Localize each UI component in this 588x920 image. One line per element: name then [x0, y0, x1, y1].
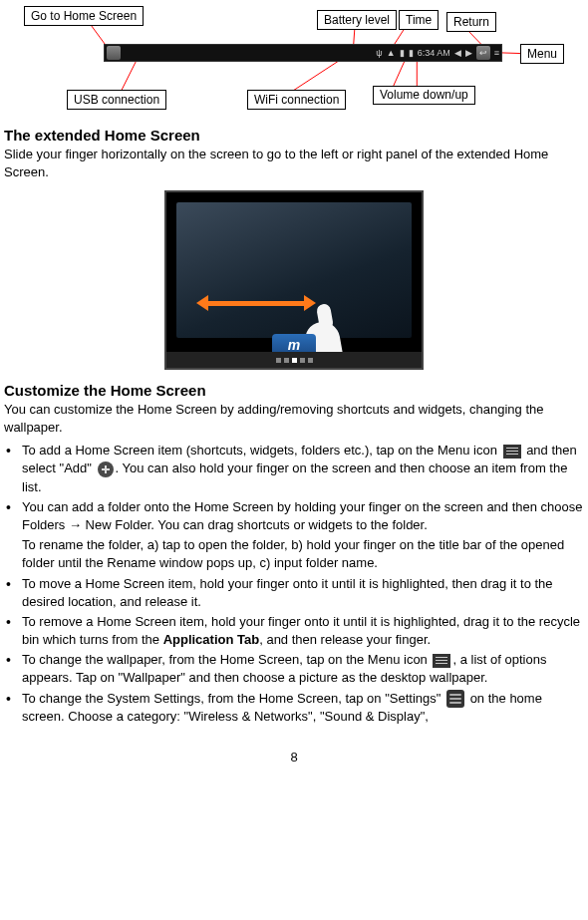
heading-customize: Customize the Home Screen: [4, 382, 584, 399]
label-time: Time: [399, 10, 439, 30]
volume-down-icon: ◀: [454, 48, 461, 58]
label-go-home: Go to Home Screen: [24, 6, 144, 26]
label-volume: Volume down/up: [373, 86, 475, 105]
customize-list: To add a Home Screen item (shortcuts, wi…: [4, 442, 584, 726]
list-item: To move a Home Screen item, hold your fi…: [4, 575, 584, 611]
home-screenshot: m: [164, 190, 424, 370]
label-menu: Menu: [520, 44, 564, 64]
label-usb: USB connection: [67, 90, 166, 110]
svg-line-5: [120, 60, 137, 94]
menu-icon: [433, 654, 450, 668]
label-battery: Battery level: [317, 10, 397, 30]
add-icon: [98, 461, 114, 477]
battery-icon: ▮: [400, 48, 405, 58]
home-icon: [107, 46, 121, 60]
body-customize-intro: You can customize the Home Screen by add…: [4, 401, 584, 436]
screenshot-dots: [166, 352, 422, 368]
wifi-icon: ▲: [387, 48, 396, 58]
return-icon: ↩: [476, 46, 490, 60]
label-return: Return: [446, 12, 496, 32]
body-extended-home: Slide your finger horizontally on the sc…: [4, 146, 584, 180]
list-item: You can add a folder onto the Home Scree…: [4, 498, 584, 573]
list-item: To remove a Home Screen item, hold your …: [4, 613, 584, 649]
list-item: To change the wallpaper, from the Home S…: [4, 651, 584, 687]
label-wifi: WiFi connection: [247, 90, 346, 110]
settings-icon: [446, 690, 464, 708]
usb-icon: ψ: [376, 48, 382, 58]
screenshot-wrap: m: [4, 190, 584, 370]
list-item: To add a Home Screen item (shortcuts, wi…: [4, 442, 584, 496]
signal-icon: ▮: [409, 48, 414, 58]
svg-line-6: [289, 60, 340, 94]
status-time: 6:34 AM: [418, 48, 450, 58]
page-number: 8: [4, 750, 584, 765]
status-bar: ψ ▲ ▮ ▮ 6:34 AM ◀ ▶ ↩ ≡: [104, 44, 502, 62]
heading-extended-home: The extended Home Screen: [4, 127, 584, 144]
svg-line-7: [393, 60, 406, 89]
menu-icon: [503, 445, 521, 459]
volume-up-icon: ▶: [465, 48, 472, 58]
list-item: To change the System Settings, from the …: [4, 690, 584, 727]
status-bar-diagram: Go to Home Screen Battery level Time Ret…: [4, 4, 584, 119]
menu-icon: ≡: [494, 48, 499, 58]
